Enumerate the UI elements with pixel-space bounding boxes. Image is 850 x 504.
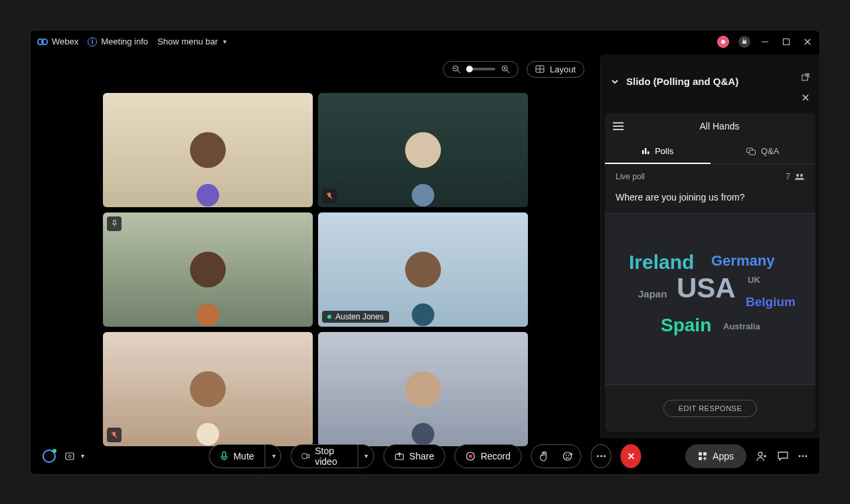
qa-icon [746, 147, 756, 155]
more-icon [798, 455, 808, 458]
chevron-down-icon[interactable] [610, 77, 620, 86]
word-cloud-item: Japan [638, 288, 667, 299]
tab-qa[interactable]: Q&A [711, 139, 816, 163]
polls-icon [641, 147, 649, 155]
svg-point-41 [799, 455, 801, 457]
video-area: Layout [31, 53, 600, 438]
video-grid: Austen Jones [103, 93, 528, 446]
slido-tabs: Polls Q&A [605, 139, 815, 164]
share-icon [394, 452, 404, 460]
svg-point-30 [469, 454, 472, 458]
mute-label: Mute [233, 451, 254, 462]
chat-button[interactable] [777, 451, 789, 462]
participants-button[interactable] [756, 451, 768, 462]
microphone-icon [220, 452, 228, 461]
svg-line-8 [507, 70, 509, 73]
record-button[interactable]: Record [455, 444, 522, 468]
window-close-button[interactable] [802, 37, 813, 47]
svg-point-25 [68, 455, 71, 458]
svg-rect-37 [699, 452, 702, 456]
mute-button[interactable]: Mute [209, 444, 264, 468]
layout-icon [535, 64, 545, 74]
chevron-down-icon: ▾ [223, 38, 226, 45]
video-options-button[interactable]: ▾ [357, 444, 374, 468]
window-maximize-button[interactable] [781, 37, 792, 47]
slido-app: All Hands Polls Q&A Live poll 7 [605, 113, 815, 432]
zoom-slider[interactable] [443, 61, 519, 78]
emoji-reaction-icon [558, 446, 578, 466]
word-cloud-item: Germany [711, 252, 774, 270]
svg-point-34 [597, 455, 599, 457]
video-tile[interactable] [103, 332, 313, 446]
mute-options-button[interactable]: ▾ [265, 444, 282, 468]
app-window: Webex i Meeting info Show menu bar ▾ [30, 30, 820, 475]
svg-point-31 [564, 452, 572, 460]
slider-track[interactable] [466, 68, 495, 70]
meeting-info-button[interactable]: i Meeting info [88, 37, 148, 46]
video-tile[interactable] [103, 93, 313, 207]
reactions-button[interactable] [531, 444, 582, 468]
window-minimize-button[interactable] [760, 37, 770, 47]
chevron-down-icon: ▾ [272, 452, 276, 460]
apps-button[interactable]: Apps [685, 444, 746, 468]
self-view-button[interactable] [42, 450, 56, 463]
svg-point-23 [800, 173, 803, 176]
tab-polls-label: Polls [655, 146, 673, 156]
video-tile[interactable] [318, 332, 528, 446]
mute-icon [322, 189, 337, 203]
meeting-info-label: Meeting info [101, 37, 148, 46]
show-menu-bar-button[interactable]: Show menu bar ▾ [157, 37, 226, 46]
share-button[interactable]: Share [383, 444, 445, 468]
svg-rect-24 [66, 453, 74, 460]
chevron-down-icon: ▾ [365, 452, 368, 460]
raise-hand-icon [535, 446, 554, 466]
svg-rect-21 [750, 150, 756, 155]
meeting-controls: ▾ Mute ▾ Stop video ▾ Share [31, 438, 819, 474]
svg-rect-18 [645, 148, 647, 154]
titlebar: Webex i Meeting info Show menu bar ▾ [31, 31, 819, 53]
app-logo: Webex [37, 37, 78, 47]
svg-point-43 [806, 455, 808, 457]
participant-name: Austen Jones [335, 312, 384, 321]
close-icon[interactable] [801, 93, 810, 102]
poll-question: Where are you joining us from? [605, 189, 815, 213]
more-icon [596, 455, 606, 458]
more-options-button[interactable] [591, 444, 612, 468]
speaking-indicator-icon [327, 315, 331, 319]
video-tile-speaking[interactable]: Austen Jones [318, 212, 528, 327]
share-label: Share [409, 451, 434, 462]
tab-polls[interactable]: Polls [605, 139, 711, 164]
popout-icon[interactable] [801, 72, 810, 82]
word-cloud-item: Belgium [746, 295, 796, 309]
info-icon: i [88, 37, 97, 46]
lock-indicator[interactable] [738, 36, 750, 48]
layout-button[interactable]: Layout [527, 61, 584, 78]
end-call-button[interactable] [621, 444, 641, 468]
zoom-out-icon [452, 64, 461, 74]
video-settings-icon [65, 452, 77, 461]
more-panel-button[interactable] [798, 455, 808, 458]
tab-qa-label: Q&A [761, 146, 779, 156]
slido-event-title: All Hands [632, 121, 808, 131]
poll-status: Live poll [616, 172, 645, 181]
svg-rect-39 [699, 457, 702, 460]
panel-header: Slido (Polling and Q&A) [601, 54, 819, 109]
svg-rect-2 [762, 41, 768, 42]
word-cloud-item: USA [677, 272, 736, 304]
poll-status-bar: Live poll 7 [605, 164, 815, 189]
show-menu-bar-label: Show menu bar [157, 37, 218, 46]
recording-indicator[interactable] [717, 36, 729, 48]
hamburger-menu-button[interactable] [613, 122, 624, 130]
video-tile[interactable] [318, 93, 528, 207]
stop-video-label: Stop video [315, 446, 347, 467]
chevron-down-icon: ▾ [81, 452, 84, 460]
svg-rect-27 [302, 454, 307, 458]
video-tile[interactable] [103, 212, 313, 327]
stop-video-button[interactable]: Stop video [291, 444, 358, 468]
svg-point-42 [802, 455, 804, 457]
svg-point-35 [600, 455, 602, 457]
layout-label: Layout [550, 64, 576, 74]
video-settings-button[interactable]: ▾ [65, 452, 84, 461]
edit-response-button[interactable]: EDIT RESPONSE [663, 400, 758, 417]
svg-point-22 [796, 173, 799, 176]
